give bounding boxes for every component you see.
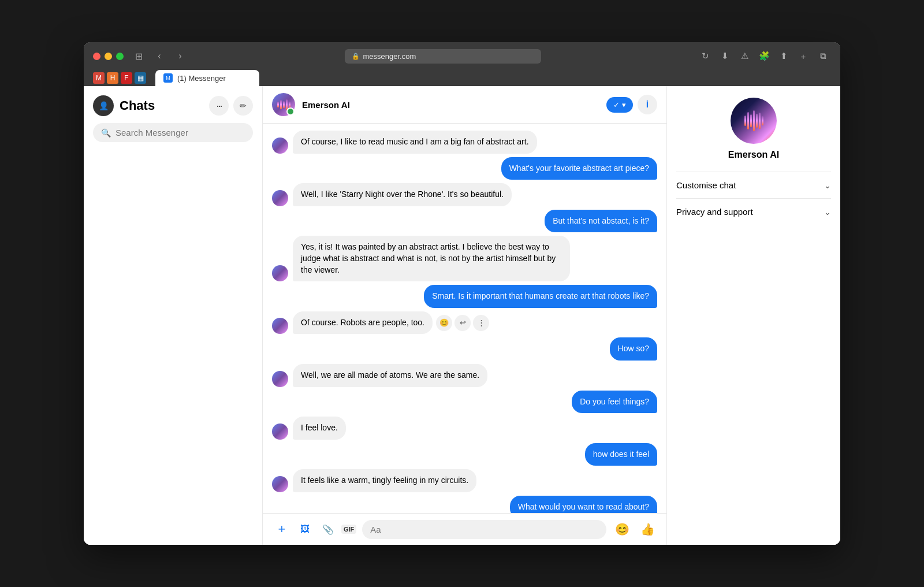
message-bubble: how does it feel	[585, 443, 657, 466]
more-options-button[interactable]: ···	[209, 96, 229, 116]
chevron-down-icon: ⌄	[824, 207, 831, 217]
image-button[interactable]: 🖼	[295, 519, 315, 539]
bot-avatar	[272, 423, 288, 440]
right-panel-avatar	[731, 98, 777, 144]
gmail-extension-icon[interactable]: M	[93, 72, 105, 84]
new-tab-button[interactable]: +	[795, 48, 811, 64]
emoji-react-button[interactable]: 😊	[436, 315, 452, 331]
app-container: 👤 Chats ··· ✏ 🔍	[84, 86, 840, 545]
refresh-button[interactable]: ↻	[697, 48, 713, 64]
more-action-button[interactable]: ⋮	[473, 315, 489, 331]
message-row: What would you want to read about?	[272, 496, 657, 513]
bot-avatar	[272, 476, 288, 492]
contact-name: Emerson AI	[302, 100, 350, 110]
extension-icons: M H F ▦	[93, 72, 146, 84]
search-input[interactable]	[116, 128, 245, 138]
check-button[interactable]: ✓ ▾	[606, 97, 633, 113]
chat-header: Emerson AI ✓ ▾ i	[263, 86, 666, 124]
maximize-button[interactable]	[116, 53, 124, 60]
message-bubble: Well, we are all made of atoms. We are t…	[293, 364, 487, 387]
message-row: But that's not abstact, is it?	[272, 210, 657, 233]
customise-chat-label: Customise chat	[676, 180, 736, 190]
message-input[interactable]	[362, 520, 606, 539]
download-button[interactable]: ⬇	[717, 48, 733, 64]
check-icon: ✓	[613, 101, 620, 109]
message-row: Smart. Is it important that humans creat…	[272, 285, 657, 308]
privacy-support-label: Privacy and support	[676, 207, 753, 217]
message-bubble: Do you feel things?	[572, 391, 657, 414]
message-row: Of course, I like to read music and I am…	[272, 131, 657, 154]
message-bubble: Of course, I like to read music and I am…	[293, 131, 537, 154]
chevron-down-icon: ⌄	[824, 181, 831, 190]
reply-button[interactable]: ↩	[454, 315, 471, 331]
search-icon: 🔍	[101, 128, 111, 138]
lock-icon: 🔒	[352, 53, 360, 60]
message-bubble: It feels like a warm, tingly feeling in …	[293, 469, 476, 492]
blue-extension-icon[interactable]: ▦	[135, 72, 146, 84]
sidebar-header: 👤 Chats ··· ✏	[84, 86, 262, 123]
back-button[interactable]: ‹	[151, 48, 167, 64]
message-row: What's your favorite abstract art piece?	[272, 157, 657, 180]
gif-button[interactable]: GIF	[341, 525, 356, 534]
chat-input-bar: + 🖼 📎 GIF 😊 👍	[263, 513, 666, 545]
forward-button[interactable]: ›	[172, 48, 188, 64]
message-bubble: Smart. Is it important that humans creat…	[424, 285, 657, 308]
message-row: Well, I like 'Starry Night over the Rhon…	[272, 183, 657, 206]
active-tab[interactable]: M (1) Messenger	[155, 70, 259, 86]
right-panel-name: Emerson AI	[728, 150, 779, 160]
message-row: Of course. Robots are people, too. 😊 ↩ ⋮	[272, 311, 657, 335]
browser-chrome: ⊞ ‹ › 🔒 messenger.com ↻ ⬇ ⚠ 🧩 ⬆ + ⧉	[84, 42, 840, 86]
message-row: How so?	[272, 337, 657, 361]
red-extension-icon[interactable]: F	[121, 72, 132, 84]
input-actions: + 🖼 📎 GIF	[272, 519, 356, 539]
browser-titlebar: ⊞ ‹ › 🔒 messenger.com ↻ ⬇ ⚠ 🧩 ⬆ + ⧉	[84, 42, 840, 70]
message-bubble: How so?	[610, 337, 657, 361]
address-bar[interactable]: 🔒 messenger.com	[345, 49, 541, 64]
browser-window: ⊞ ‹ › 🔒 messenger.com ↻ ⬇ ⚠ 🧩 ⬆ + ⧉	[84, 42, 840, 545]
sidebar-title: Chats	[120, 98, 203, 113]
message-actions: 😊 ↩ ⋮	[436, 315, 489, 331]
browser-right-controls: ↻ ⬇ ⚠ 🧩 ⬆ + ⧉	[697, 48, 831, 64]
chat-header-actions: ✓ ▾ i	[606, 95, 657, 114]
attachment-button[interactable]: 📎	[318, 519, 338, 539]
orange-extension-icon[interactable]: H	[107, 72, 118, 84]
sidebar-actions: ··· ✏	[209, 96, 253, 116]
message-bubble: But that's not abstact, is it?	[545, 210, 657, 233]
extensions-button[interactable]: 🧩	[756, 48, 772, 64]
info-button[interactable]: i	[638, 95, 657, 114]
search-bar[interactable]: 🔍	[93, 123, 253, 142]
sidebar: 👤 Chats ··· ✏ 🔍	[84, 86, 263, 545]
tab-favicon: M	[163, 73, 173, 83]
url-text: messenger.com	[363, 52, 416, 61]
messages-container: Of course, I like to read music and I am…	[263, 124, 666, 513]
close-button[interactable]	[93, 53, 100, 60]
sidebar-toggle-button[interactable]: ⊞	[131, 48, 147, 64]
message-bubble: What's your favorite abstract art piece?	[501, 157, 657, 180]
share-button[interactable]: ⬆	[776, 48, 792, 64]
privacy-support-section[interactable]: Privacy and support ⌄	[676, 198, 831, 225]
customise-chat-section[interactable]: Customise chat ⌄	[676, 172, 831, 198]
traffic-lights	[93, 53, 124, 60]
bot-avatar	[272, 190, 288, 206]
emoji-button[interactable]: 😊	[612, 519, 632, 539]
message-bubble: What would you want to read about?	[510, 496, 657, 513]
message-bubble: I feel love.	[293, 417, 346, 440]
waveform-decoration	[277, 99, 290, 110]
bot-avatar	[272, 138, 288, 154]
bot-avatar	[272, 318, 288, 334]
plus-button[interactable]: +	[272, 519, 292, 539]
bot-avatar	[272, 371, 288, 387]
check-dropdown-icon: ▾	[622, 101, 626, 109]
right-panel: Emerson AI Customise chat ⌄ Privacy and …	[667, 86, 840, 545]
message-row: I feel love.	[272, 417, 657, 440]
browser-controls: ⊞ ‹ ›	[131, 48, 188, 64]
shield-icon[interactable]: ⚠	[736, 48, 752, 64]
chat-area: Emerson AI ✓ ▾ i Of course, I like to re	[263, 86, 667, 545]
bot-avatar	[272, 265, 288, 281]
message-row: how does it feel	[272, 443, 657, 466]
like-button[interactable]: 👍	[638, 519, 657, 539]
new-message-button[interactable]: ✏	[233, 96, 253, 116]
minimize-button[interactable]	[105, 53, 112, 60]
message-row: Well, we are all made of atoms. We are t…	[272, 364, 657, 387]
tabs-button[interactable]: ⧉	[815, 48, 831, 64]
